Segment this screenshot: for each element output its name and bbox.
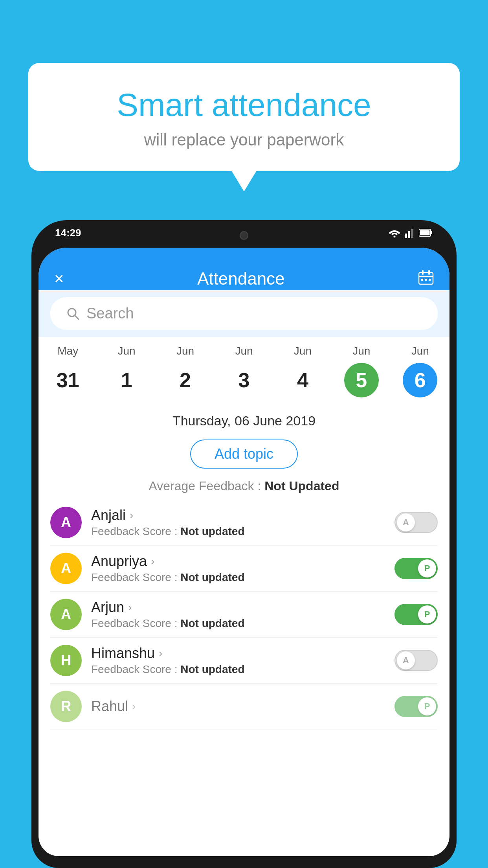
status-icons [388, 227, 433, 238]
avg-feedback-value: Not Updated [264, 479, 339, 493]
avg-feedback-label: Average Feedback : [149, 479, 261, 493]
status-time: 14:29 [55, 227, 81, 239]
toggle-himanshu[interactable]: A [394, 650, 438, 671]
search-container: Search [39, 290, 449, 337]
svg-rect-7 [419, 272, 433, 284]
svg-rect-5 [431, 231, 432, 234]
svg-rect-1 [405, 234, 407, 238]
svg-point-0 [394, 236, 396, 238]
avg-feedback: Average Feedback : Not Updated [39, 476, 449, 500]
add-topic-button[interactable]: Add topic [190, 440, 298, 469]
student-info-arjun: Arjun › Feedback Score : Not updated [91, 599, 385, 630]
chevron-icon: › [159, 647, 162, 660]
toggle-anjali[interactable]: A [394, 512, 438, 533]
attendance-toggle-anjali[interactable]: A [394, 512, 438, 533]
attendance-toggle-partial[interactable]: P [394, 696, 438, 717]
wifi-icon [388, 228, 401, 237]
app-header: × Attendance [39, 248, 449, 290]
toggle-knob-anupriya: P [418, 559, 436, 577]
student-name-himanshu: Himanshu › [91, 645, 385, 662]
cal-day-may31[interactable]: May 31 [48, 345, 88, 397]
signal-icon [405, 227, 415, 238]
student-name-anupriya: Anupriya › [91, 553, 385, 570]
bubble-title: Smart attendance [48, 86, 440, 123]
cal-day-jun5[interactable]: Jun 5 [342, 345, 381, 397]
toggle-partial[interactable]: P [394, 696, 438, 717]
student-info-anjali: Anjali › Feedback Score : Not updated [91, 507, 385, 538]
student-row-anjali[interactable]: A Anjali › Feedback Score : Not updated … [50, 500, 438, 546]
student-feedback-anjali: Feedback Score : Not updated [91, 525, 385, 538]
chevron-icon: › [132, 700, 136, 713]
phone-camera [240, 231, 248, 240]
svg-rect-2 [408, 231, 410, 238]
student-name-partial: Rahul › [91, 698, 385, 715]
student-feedback-arjun: Feedback Score : Not updated [91, 617, 385, 630]
student-name-anjali: Anjali › [91, 507, 385, 524]
svg-rect-8 [422, 270, 424, 275]
phone-screen: × Attendance S [39, 248, 449, 856]
content-area: Thursday, 06 June 2019 Add topic Average… [39, 401, 449, 730]
student-row-himanshu[interactable]: H Himanshu › Feedback Score : Not update… [50, 638, 438, 684]
cal-day-jun6[interactable]: Jun 6 [400, 345, 440, 397]
bubble-subtitle: will replace your paperwork [48, 131, 440, 149]
search-input[interactable]: Search [86, 305, 134, 322]
avatar-arjun: A [50, 599, 82, 630]
attendance-toggle-himanshu[interactable]: A [394, 650, 438, 671]
cal-day-jun1[interactable]: Jun 1 [107, 345, 146, 397]
student-row-arjun[interactable]: A Arjun › Feedback Score : Not updated P [50, 592, 438, 638]
attendance-toggle-arjun[interactable]: P [394, 604, 438, 625]
toggle-knob-arjun: P [418, 605, 436, 623]
selected-date: Thursday, 06 June 2019 [39, 409, 449, 432]
close-button[interactable]: × [54, 269, 64, 288]
svg-rect-12 [429, 279, 431, 281]
cal-day-jun2[interactable]: Jun 2 [166, 345, 205, 397]
student-row-partial[interactable]: R Rahul › P [50, 684, 438, 730]
toggle-knob-himanshu: A [397, 651, 415, 669]
cal-day-jun4[interactable]: Jun 4 [283, 345, 322, 397]
chevron-icon: › [130, 509, 133, 522]
student-feedback-anupriya: Feedback Score : Not updated [91, 571, 385, 584]
calendar-icon[interactable] [418, 269, 434, 289]
header-title: Attendance [197, 269, 285, 289]
svg-rect-3 [411, 229, 413, 238]
avatar-anjali: A [50, 507, 82, 538]
avatar-partial: R [50, 691, 82, 722]
student-info-anupriya: Anupriya › Feedback Score : Not updated [91, 553, 385, 584]
cal-day-jun3[interactable]: Jun 3 [224, 345, 264, 397]
student-list: A Anjali › Feedback Score : Not updated … [39, 500, 449, 730]
attendance-toggle-anupriya[interactable]: P [394, 558, 438, 579]
student-info-himanshu: Himanshu › Feedback Score : Not updated [91, 645, 385, 676]
phone-notch [228, 220, 260, 231]
student-info-partial: Rahul › [91, 698, 385, 715]
svg-rect-10 [421, 279, 423, 281]
svg-rect-6 [420, 230, 430, 235]
avatar-himanshu: H [50, 645, 82, 676]
student-feedback-himanshu: Feedback Score : Not updated [91, 663, 385, 676]
toggle-knob-partial: P [418, 697, 436, 715]
student-name-arjun: Arjun › [91, 599, 385, 616]
battery-icon [419, 228, 433, 237]
calendar-strip: May 31 Jun 1 Jun 2 Jun 3 Jun 4 Jun 5 [39, 337, 449, 401]
toggle-anupriya[interactable]: P [394, 558, 438, 579]
phone-frame: 14:29 × [31, 220, 457, 868]
student-row-anupriya[interactable]: A Anupriya › Feedback Score : Not update… [50, 546, 438, 592]
chevron-icon: › [151, 555, 154, 568]
chevron-icon: › [128, 601, 132, 614]
svg-rect-9 [428, 270, 430, 275]
search-icon [66, 307, 80, 321]
toggle-knob-anjali: A [397, 513, 415, 531]
search-bar[interactable]: Search [50, 297, 438, 330]
speech-bubble: Smart attendance will replace your paper… [28, 63, 460, 171]
toggle-arjun[interactable]: P [394, 604, 438, 625]
avatar-anupriya: A [50, 553, 82, 584]
svg-rect-11 [425, 279, 427, 281]
